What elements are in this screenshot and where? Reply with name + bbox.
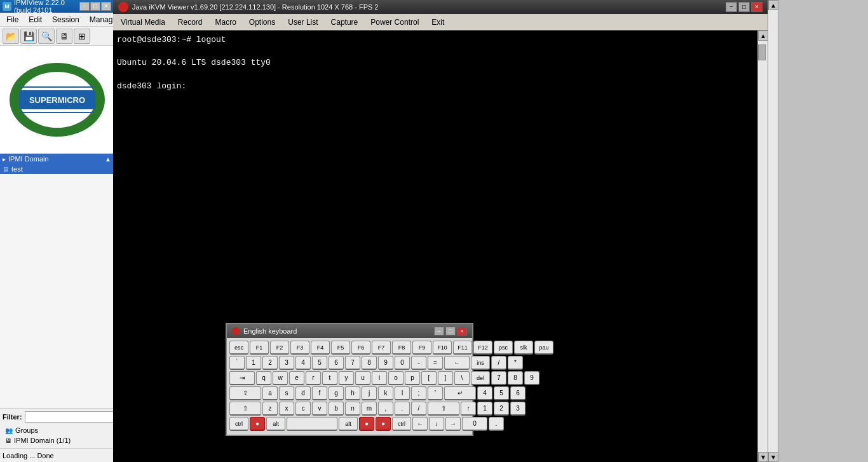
key-a[interactable]: a (262, 386, 278, 400)
scroll-up-button[interactable]: ▲ (758, 31, 768, 41)
folder-open-button[interactable]: 📂 (3, 29, 19, 44)
key-3[interactable]: 3 (279, 356, 294, 370)
key-comma[interactable]: , (378, 402, 393, 416)
key-fwdslash[interactable]: / (411, 402, 426, 416)
key-p[interactable]: p (405, 371, 420, 385)
kvm-menu-options[interactable]: Options (243, 16, 281, 29)
key-1[interactable]: 1 (246, 356, 261, 370)
save-button[interactable]: 💾 (20, 29, 37, 44)
key-backslash[interactable]: \ (454, 371, 470, 385)
key-quote[interactable]: ' (428, 386, 443, 400)
key-backtick[interactable]: ` (229, 356, 245, 370)
key-numdot[interactable]: . (489, 417, 504, 431)
key-i[interactable]: i (372, 371, 387, 385)
keyboard-close-button[interactable]: × (457, 327, 467, 336)
key-ralt[interactable]: alt (339, 417, 358, 431)
kvm-menu-power-control[interactable]: Power Control (364, 16, 425, 29)
key-del[interactable]: del (471, 371, 490, 385)
key-period[interactable]: . (395, 402, 410, 416)
key-slk[interactable]: slk (514, 341, 533, 355)
key-pau[interactable]: pau (534, 341, 553, 355)
kvm-menu-user-list[interactable]: User List (281, 16, 324, 29)
key-lbracket[interactable]: [ (421, 371, 437, 385)
key-f1[interactable]: F1 (250, 341, 269, 355)
key-num4[interactable]: 4 (477, 386, 492, 400)
kvm-close-button[interactable]: × (751, 2, 763, 12)
key-x[interactable]: x (279, 402, 294, 416)
key-y[interactable]: y (339, 371, 354, 385)
key-num3[interactable]: 3 (510, 402, 526, 416)
kvm-menu-macro[interactable]: Macro (209, 16, 243, 29)
key-esc[interactable]: esc (229, 341, 248, 355)
key-q[interactable]: q (256, 371, 271, 385)
key-rbracket[interactable]: ] (438, 371, 453, 385)
keyboard-maximize-button[interactable]: □ (445, 327, 456, 336)
key-9[interactable]: 9 (378, 356, 393, 370)
key-backspace[interactable]: ← (444, 356, 470, 370)
key-enter[interactable]: ↵ (444, 386, 476, 400)
key-f12[interactable]: F12 (473, 341, 492, 355)
key-num7[interactable]: 7 (491, 371, 506, 385)
key-f8[interactable]: F8 (392, 341, 411, 355)
right-scroll-down-button[interactable]: ▼ (768, 452, 778, 462)
key-lalt[interactable]: alt (266, 417, 285, 431)
key-num1[interactable]: 1 (477, 402, 492, 416)
key-menu-red[interactable]: ● (376, 417, 391, 431)
key-lshift[interactable]: ⇧ (229, 402, 261, 416)
key-m[interactable]: m (362, 402, 377, 416)
key-rctrl[interactable]: ctrl (392, 417, 411, 431)
key-o[interactable]: o (388, 371, 403, 385)
key-v[interactable]: v (312, 402, 327, 416)
screen-button[interactable]: 🖥 (56, 29, 72, 44)
key-f6[interactable]: F6 (351, 341, 370, 355)
key-h[interactable]: h (345, 386, 360, 400)
key-rshift[interactable]: ⇧ (428, 402, 459, 416)
kvm-menu-capture[interactable]: Capture (325, 16, 365, 29)
key-f9[interactable]: F9 (412, 341, 431, 355)
key-n[interactable]: n (345, 402, 360, 416)
key-left[interactable]: ← (412, 417, 428, 431)
key-f4[interactable]: F4 (311, 341, 330, 355)
key-num5[interactable]: 5 (494, 386, 509, 400)
key-rwin-red[interactable]: ● (359, 417, 374, 431)
kvm-menu-exit[interactable]: Exit (425, 16, 451, 29)
key-f11[interactable]: F11 (453, 341, 472, 355)
groups-item[interactable]: 👥 Groups (3, 425, 111, 435)
maximize-button[interactable]: □ (90, 2, 100, 11)
right-scroll-up-button[interactable]: ▲ (768, 0, 778, 10)
kvm-maximize-button[interactable]: □ (738, 2, 750, 12)
key-lwin-red[interactable]: ● (250, 417, 265, 431)
key-j[interactable]: j (362, 386, 377, 400)
domain-item[interactable]: 🖥 IPMI Domain (1/1) (3, 435, 111, 445)
key-numstar[interactable]: * (508, 356, 523, 370)
tree-item-test[interactable]: 🖥 test (0, 164, 114, 174)
key-semicolon[interactable]: ; (411, 386, 426, 400)
key-z[interactable]: z (262, 402, 278, 416)
key-numslash[interactable]: / (491, 356, 506, 370)
key-num8[interactable]: 8 (508, 371, 523, 385)
menu-edit[interactable]: Edit (24, 14, 47, 25)
key-s[interactable]: s (279, 386, 294, 400)
key-tab[interactable]: ⇥ (229, 371, 255, 385)
key-2[interactable]: 2 (262, 356, 278, 370)
key-t[interactable]: t (322, 371, 337, 385)
key-u[interactable]: u (355, 371, 370, 385)
key-b[interactable]: b (329, 402, 344, 416)
key-psc[interactable]: psc (494, 341, 513, 355)
key-num6[interactable]: 6 (510, 386, 526, 400)
key-6[interactable]: 6 (329, 356, 344, 370)
kvm-menu-virtual-media[interactable]: Virtual Media (114, 16, 172, 29)
key-equals[interactable]: = (428, 356, 443, 370)
key-minus[interactable]: - (411, 356, 426, 370)
menu-session[interactable]: Session (47, 14, 85, 25)
key-f3[interactable]: F3 (290, 341, 309, 355)
zoom-button[interactable]: 🔍 (38, 29, 55, 44)
key-5[interactable]: 5 (312, 356, 327, 370)
key-c[interactable]: c (295, 402, 311, 416)
keyboard-minimize-button[interactable]: − (434, 327, 444, 336)
key-l[interactable]: l (395, 386, 410, 400)
menu-file[interactable]: File (1, 14, 24, 25)
key-down[interactable]: ↓ (429, 417, 444, 431)
key-e[interactable]: e (289, 371, 304, 385)
key-num0[interactable]: 0 (462, 417, 487, 431)
